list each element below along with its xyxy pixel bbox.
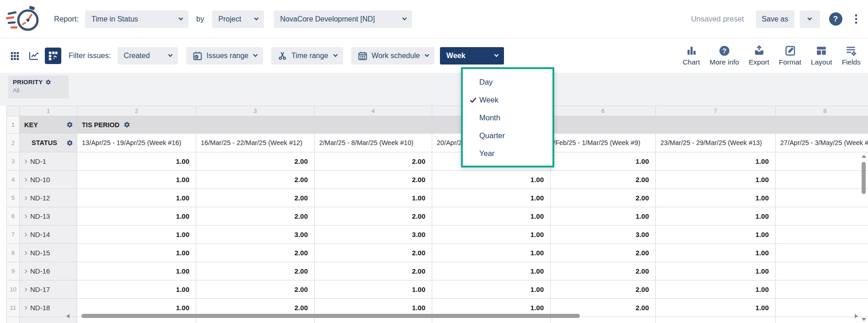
issue-key-label: ND-14 (30, 231, 50, 238)
pivot-data-row: 5ND-121.002.001.001.002.001.00 (7, 189, 868, 207)
pivot-value-cell: 1.00 (656, 280, 776, 299)
pivot-value-cell (776, 171, 868, 189)
time-range-button[interactable]: Time range (271, 47, 343, 65)
granularity-option-label: Quarter (479, 131, 505, 140)
scroll-right-arrow[interactable] (855, 314, 858, 318)
save-as-button[interactable]: Save as (756, 11, 794, 28)
expand-chevron-icon[interactable] (23, 196, 27, 199)
issue-key-cell[interactable]: ND-15 (20, 244, 77, 262)
pivot-table-icon (48, 51, 58, 61)
pivot-value-cell: 2.00 (315, 244, 432, 262)
scroll-left-arrow[interactable] (66, 314, 70, 318)
issue-key-cell[interactable]: ND-13 (20, 207, 77, 226)
horizontal-scrollbar[interactable] (66, 313, 858, 319)
expand-chevron-icon[interactable] (23, 232, 27, 236)
pivot-value-cell: 2.00 (196, 262, 315, 280)
pivot-value-cell (776, 152, 868, 171)
pivot-view-button[interactable] (45, 48, 61, 64)
line-chart-icon (28, 50, 39, 61)
issue-key-cell[interactable]: ND-10 (20, 171, 77, 189)
horizontal-scrollbar-thumb[interactable] (81, 314, 580, 318)
issue-key-cell[interactable]: ND-16 (20, 262, 77, 280)
layout-icon (815, 45, 827, 57)
key-header-label: KEY (24, 121, 38, 129)
settings-gear-icon[interactable] (66, 140, 73, 146)
issue-key-cell[interactable]: ND-14 (20, 226, 77, 244)
chevron-down-icon (333, 53, 338, 57)
scroll-up-arrow[interactable] (862, 155, 866, 158)
pivot-value-cell: 1.00 (77, 207, 196, 226)
issue-key-label: ND-15 (30, 249, 50, 257)
expand-chevron-icon[interactable] (23, 287, 27, 291)
row-number-cell: 1 (7, 116, 20, 134)
chart-action-button[interactable]: Chart (683, 45, 700, 66)
pivot-value-cell: 1.00 (77, 226, 196, 244)
grid-view-button[interactable] (6, 48, 23, 64)
help-button[interactable]: ? (829, 12, 842, 26)
more-info-action-button[interactable]: ? More info (710, 45, 739, 66)
pivot-value-cell: 2.00 (196, 207, 315, 226)
period-header-cell: 23/Mar/25 - 29/Mar/25 (Week #13) (656, 134, 776, 152)
granularity-option-quarter[interactable]: Quarter (463, 127, 552, 145)
fields-action-button[interactable]: Fields (842, 45, 861, 66)
pivot-data-row: 10ND-171.002.001.001.002.001.00 (7, 280, 868, 299)
expand-chevron-icon[interactable] (23, 159, 27, 163)
filter-issues-select[interactable]: Created (118, 47, 178, 65)
pivot-value-cell: 1.00 (656, 244, 776, 262)
pivot-value-cell: 2.00 (196, 171, 315, 189)
pivot-value-cell: 2.00 (315, 262, 432, 280)
layout-action-button[interactable]: Layout (811, 45, 832, 66)
granularity-option-month[interactable]: Month (463, 109, 552, 127)
pivot-data-row: 3ND-11.002.002.001.001.00 (7, 152, 868, 171)
row-number-cell: 9 (7, 262, 20, 280)
priority-filter[interactable]: PRIORITY All (8, 75, 69, 98)
chart-view-button[interactable] (26, 48, 42, 64)
export-action-button[interactable]: Export (749, 45, 769, 66)
expand-chevron-icon[interactable] (23, 251, 27, 254)
vertical-scrollbar-thumb[interactable] (862, 162, 866, 194)
project-select[interactable]: NovaCore Development [ND] (274, 11, 412, 28)
bar-chart-icon (686, 45, 697, 57)
pivot-value-cell: 3.00 (551, 226, 656, 244)
issues-range-button[interactable]: Issues range (186, 47, 263, 65)
scissors-icon (278, 51, 287, 60)
period-header-cell: 13/Apr/25 - 19/Apr/25 (Week #16) (77, 134, 196, 152)
granularity-select[interactable]: Week (440, 47, 504, 65)
more-options-kebab-button[interactable] (852, 12, 861, 26)
save-as-dropdown-button[interactable] (800, 11, 820, 28)
issue-key-cell[interactable]: ND-1 (20, 152, 77, 171)
pivot-value-cell: 1.00 (656, 226, 776, 244)
expand-chevron-icon[interactable] (23, 306, 27, 309)
format-action-button[interactable]: Format (779, 45, 801, 66)
time-in-status-report-app: { "topbar": { "report_label": "Report:",… (0, 0, 868, 323)
work-schedule-button[interactable]: Work schedule (351, 47, 435, 65)
granularity-option-week[interactable]: Week (463, 91, 552, 109)
pivot-value-cell: 1.00 (656, 171, 776, 189)
grid-icon (10, 51, 20, 61)
expand-chevron-icon[interactable] (23, 178, 27, 181)
expand-chevron-icon[interactable] (23, 269, 27, 273)
filter-issues-value: Created (124, 52, 150, 60)
settings-gear-icon[interactable] (66, 121, 73, 128)
expand-chevron-icon[interactable] (23, 214, 27, 218)
period-header-cell: 2/Mar/25 - 8/Mar/25 (Week #10) (315, 134, 432, 152)
chevron-down-icon (254, 16, 258, 21)
chevron-down-icon (253, 53, 258, 57)
settings-gear-icon[interactable] (123, 121, 130, 128)
pivot-value-cell: 2.00 (551, 262, 656, 280)
row-number-cell: 10 (7, 280, 20, 299)
issue-key-cell[interactable]: ND-12 (20, 189, 77, 207)
pivot-value-cell: 1.00 (432, 244, 551, 262)
pivot-value-cell: 2.00 (196, 244, 315, 262)
granularity-option-year[interactable]: Year (463, 145, 552, 162)
issue-key-label: ND-18 (30, 304, 50, 312)
granularity-option-day[interactable]: Day (463, 73, 552, 91)
issue-key-cell[interactable]: ND-17 (20, 280, 77, 299)
vertical-scrollbar[interactable] (861, 155, 867, 321)
report-type-select[interactable]: Time in Status (85, 11, 188, 28)
issue-key-label: ND-1 (30, 157, 46, 165)
pivot-value-cell: 1.00 (77, 171, 196, 189)
settings-gear-icon[interactable] (45, 79, 51, 85)
scroll-down-arrow[interactable] (862, 318, 866, 321)
dimension-select[interactable]: Project (212, 11, 264, 28)
